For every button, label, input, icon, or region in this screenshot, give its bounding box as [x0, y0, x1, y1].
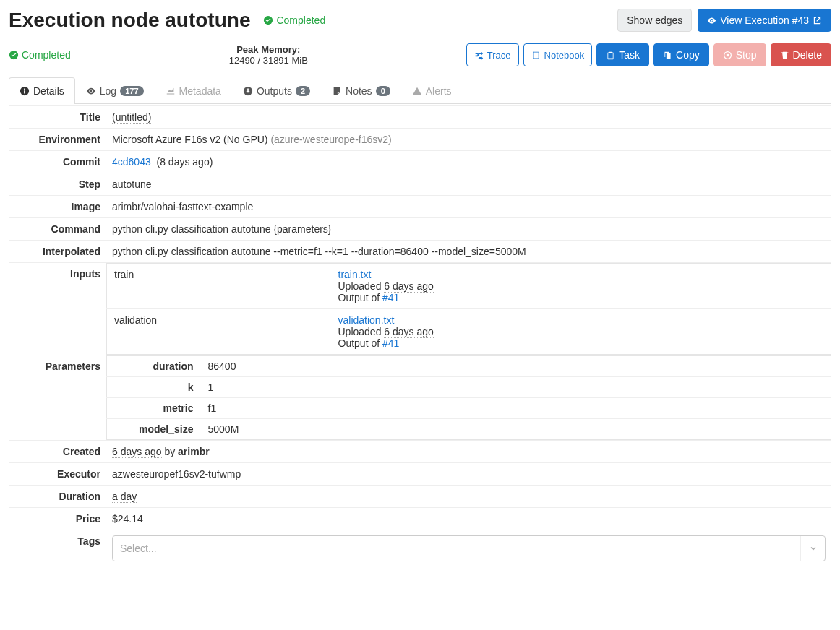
task-button[interactable]: Task [596, 43, 649, 66]
notebook-button[interactable]: Notebook [523, 43, 593, 66]
download-icon [243, 86, 253, 96]
svg-rect-4 [727, 53, 729, 56]
input-row-train: train train.txt Uploaded 6 days ago Outp… [107, 264, 831, 309]
row-price: Price $24.14 [9, 508, 831, 530]
tags-placeholder: Select... [113, 543, 800, 554]
input-row-validation: validation validation.txt Uploaded 6 day… [107, 309, 831, 355]
row-executor: Executor azwesteuropef16sv2-tufwmp [9, 463, 831, 486]
book-icon [531, 51, 541, 60]
delete-button[interactable]: Delete [771, 43, 831, 66]
parameters-table: duration86400 k1 metricf1 model_size5000… [106, 355, 831, 440]
peak-memory-value: 12490 / 31891 MiB [229, 55, 308, 66]
header-left: Execution node autotune Completed [9, 9, 325, 32]
row-commit: Commit 4cd6043 (8 days ago) [9, 151, 831, 173]
row-inputs: Inputs train train.txt Uploaded 6 days a… [9, 263, 831, 355]
title-value[interactable]: (untitled) [112, 111, 151, 124]
tab-log[interactable]: Log 177 [75, 77, 155, 104]
row-title: Title (untitled) [9, 106, 831, 129]
validation-output-ref-link[interactable]: #41 [382, 337, 399, 349]
peak-memory: Peak Memory: 12490 / 31891 MiB [229, 44, 308, 66]
train-file-link[interactable]: train.txt [338, 269, 372, 280]
log-count-badge: 177 [120, 86, 143, 96]
tab-details[interactable]: Details [9, 77, 75, 104]
chevron-down-icon [800, 536, 825, 561]
eye-icon [86, 86, 96, 96]
tab-alerts[interactable]: Alerts [401, 77, 463, 104]
tab-metadata[interactable]: Metadata [155, 77, 232, 104]
sub-status: Completed [9, 49, 71, 61]
external-link-icon [813, 16, 822, 25]
param-row-duration: duration86400 [107, 356, 831, 377]
info-circle-icon [20, 86, 30, 96]
row-parameters: Parameters duration86400 k1 metricf1 mod… [9, 355, 831, 441]
status-badge-header: Completed [263, 14, 325, 26]
chart-icon [166, 86, 176, 96]
row-interpolated: Interpolated python cli.py classificatio… [9, 241, 831, 263]
commit-link[interactable]: 4cd6043 [112, 156, 151, 168]
row-image: Image arimbr/valohai-fasttext-example [9, 196, 831, 218]
details-table: Title (untitled) Environment Microsoft A… [9, 105, 831, 566]
warning-icon [412, 86, 422, 96]
row-tags: Tags Select... [9, 530, 831, 567]
stop-icon [723, 51, 732, 60]
header: Execution node autotune Completed Show e… [9, 9, 831, 32]
show-edges-button[interactable]: Show edges [617, 9, 692, 32]
param-row-model-size: model_size5000M [107, 419, 831, 440]
commit-ago: 8 days ago [160, 156, 210, 168]
tabs: Details Log 177 Metadata Outputs 2 Notes… [9, 77, 831, 104]
svg-point-1 [711, 20, 713, 21]
trace-button[interactable]: Trace [466, 43, 519, 66]
copy-icon [663, 51, 672, 60]
check-circle-icon [263, 15, 273, 25]
validation-file-link[interactable]: validation.txt [338, 314, 395, 326]
check-circle-icon [9, 50, 19, 60]
eye-icon [707, 16, 716, 25]
tags-select[interactable]: Select... [112, 535, 826, 561]
train-output-ref-link[interactable]: #41 [382, 292, 399, 303]
sub-header: Completed Peak Memory: 12490 / 31891 MiB… [9, 43, 831, 66]
inputs-table: train train.txt Uploaded 6 days ago Outp… [106, 263, 831, 355]
header-right: Show edges View Execution #43 [617, 9, 831, 32]
action-buttons: Trace Notebook Task Copy Stop Delete [466, 43, 831, 66]
row-duration: Duration a day [9, 486, 831, 508]
row-created: Created 6 days ago by arimbr [9, 441, 831, 463]
status-text: Completed [276, 14, 325, 26]
tab-notes[interactable]: Notes 0 [321, 77, 401, 104]
svg-point-6 [90, 90, 92, 92]
copy-button[interactable]: Copy [653, 43, 709, 66]
row-command: Command python cli.py classification aut… [9, 218, 831, 241]
row-environment: Environment Microsoft Azure F16s v2 (No … [9, 129, 831, 151]
param-row-k: k1 [107, 377, 831, 398]
random-icon [474, 51, 484, 60]
sticky-note-icon [332, 86, 342, 96]
page-title: Execution node autotune [9, 9, 250, 32]
notes-count-badge: 0 [376, 86, 390, 96]
param-row-metric: metricf1 [107, 398, 831, 419]
clipboard-icon [606, 51, 615, 60]
outputs-count-badge: 2 [296, 86, 310, 96]
stop-button[interactable]: Stop [713, 43, 766, 66]
view-execution-button[interactable]: View Execution #43 [698, 9, 831, 32]
trash-icon [780, 51, 789, 60]
row-step: Step autotune [9, 173, 831, 196]
peak-memory-label: Peak Memory: [229, 44, 308, 55]
tab-outputs[interactable]: Outputs 2 [232, 77, 321, 104]
